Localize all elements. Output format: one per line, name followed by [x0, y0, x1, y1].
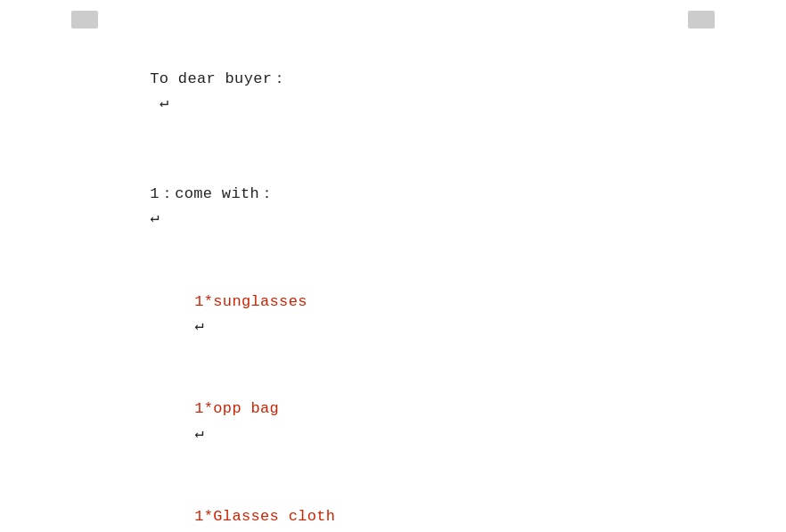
- item3-line: 1*Glasses cloth ↵: [94, 480, 692, 532]
- content-area: To dear buyer： ↵ 1：come with： ↵ 1*sungla…: [0, 36, 786, 532]
- greeting-text: To dear buyer：: [150, 70, 287, 87]
- return-char: ↵: [150, 94, 168, 111]
- item1-text: 1*sunglasses: [194, 293, 307, 310]
- item1-line: 1*sunglasses ↵: [94, 266, 692, 363]
- top-bar: [0, 11, 786, 29]
- top-bar-left-icon[interactable]: [71, 11, 98, 29]
- line1-label-text: 1：come with：: [150, 185, 274, 202]
- item2-line: 1*opp bag ↵: [94, 372, 692, 470]
- return-char2: ↵: [150, 209, 160, 226]
- page-container: To dear buyer： ↵ 1：come with： ↵ 1*sungla…: [0, 0, 786, 532]
- greeting-line: To dear buyer： ↵: [94, 43, 692, 140]
- top-bar-right-icon[interactable]: [688, 11, 715, 29]
- item2-text: 1*opp bag: [194, 400, 279, 417]
- line1-label: 1：come with： ↵: [94, 158, 692, 255]
- item3-text: 1*Glasses cloth: [194, 508, 335, 525]
